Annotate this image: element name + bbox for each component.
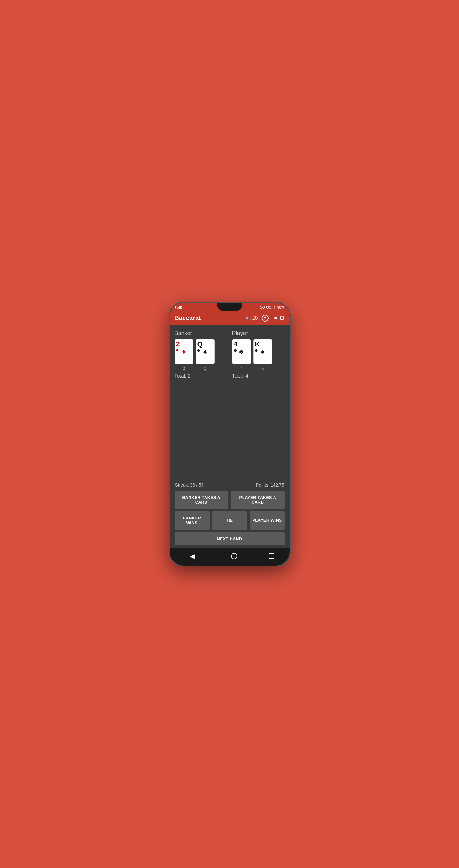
app-bar-right: ♦ : 20 ? ⚙: [245, 314, 285, 322]
banker-card-2-suit: ♠: [197, 348, 200, 352]
nav-bar: ◀: [170, 548, 290, 565]
player-card-1-suit: ♣: [234, 348, 237, 352]
stats-row: Streak: 36 / 54 Points: 142.75: [174, 483, 285, 488]
banker-card-1-center: ♦: [182, 348, 185, 356]
gems-separator: :: [249, 315, 251, 321]
player-card-2: K ♠ ♠: [254, 339, 272, 364]
gem-icon: ♦: [245, 315, 248, 321]
banker-card-2-rank: Q: [197, 341, 203, 348]
points-stat: Points: 142.75: [256, 483, 284, 488]
banker-section: Banker 2 ♦ ♦ Q ♠ ♠: [174, 330, 227, 379]
banker-total: Total: 2: [174, 373, 227, 379]
help-button[interactable]: ?: [262, 315, 268, 321]
content-spacer: [174, 381, 285, 477]
phone-frame: 7:45 5G UC ⬆ 90% Baccarat ♦ : 20 ?: [169, 302, 291, 566]
svg-text:?: ?: [264, 316, 266, 321]
main-content: Banker 2 ♦ ♦ Q ♠ ♠: [170, 325, 290, 483]
player-wins-button[interactable]: PLAYER WINS: [250, 512, 285, 529]
player-card-1-rank: 4: [234, 341, 237, 348]
player-section: Player 4 ♣ ♣ K ♠ ♠: [232, 330, 285, 379]
banker-card-2-center: ♠: [203, 348, 207, 356]
action-buttons-row: BANKER TAKES A CARD PLAYER TAKES A CARD: [174, 491, 285, 509]
banker-card-1-label: 2: [174, 366, 193, 371]
battery-label: 90%: [277, 305, 285, 310]
banker-label: Banker: [174, 330, 227, 337]
player-takes-card-button[interactable]: PLAYER TAKES A CARD: [231, 491, 285, 509]
next-hand-button[interactable]: NEXT HAND: [174, 532, 285, 546]
banker-card-names: 2 Q: [174, 366, 227, 371]
app-title: Baccarat: [174, 314, 201, 321]
banker-card-1-suit: ♦: [176, 348, 179, 352]
player-total: Total: 4: [232, 373, 285, 379]
player-card-2-center: ♠: [261, 348, 265, 356]
home-nav-button[interactable]: [231, 553, 237, 559]
signal-icon: ⬆: [272, 305, 276, 310]
gems-display: ♦ : 20: [245, 315, 258, 321]
player-card-1-label: 4: [232, 366, 251, 371]
back-nav-button[interactable]: ◀: [185, 551, 200, 561]
recent-nav-button[interactable]: [268, 553, 274, 559]
player-card-2-label: K: [254, 366, 272, 371]
settings-button[interactable]: ⚙: [272, 314, 285, 322]
player-card-2-rank: K: [255, 341, 260, 348]
player-label: Player: [232, 330, 285, 337]
banker-card-2: Q ♠ ♠: [196, 339, 214, 364]
network-label: 5G UC: [260, 305, 271, 310]
status-icons: 5G UC ⬆ 90%: [260, 305, 285, 310]
banker-takes-card-button[interactable]: BANKER TAKES A CARD: [174, 491, 228, 509]
player-card-1-center: ♣: [239, 348, 243, 356]
tie-button[interactable]: TIE: [212, 512, 247, 529]
banker-card-1-rank: 2: [176, 341, 180, 348]
status-time: 7:45: [174, 305, 183, 310]
phone-screen: 7:45 5G UC ⬆ 90% Baccarat ♦ : 20 ?: [170, 303, 290, 565]
player-card-1: 4 ♣ ♣: [232, 339, 251, 364]
banker-card-1: 2 ♦ ♦: [174, 339, 193, 364]
hands-row: Banker 2 ♦ ♦ Q ♠ ♠: [174, 330, 285, 379]
gems-count: 20: [252, 315, 258, 321]
bottom-area: Streak: 36 / 54 Points: 142.75 BANKER TA…: [170, 483, 290, 548]
banker-cards-row: 2 ♦ ♦ Q ♠ ♠: [174, 339, 227, 364]
app-bar: Baccarat ♦ : 20 ?: [170, 311, 290, 325]
outcome-buttons-row: BANKER WINS TIE PLAYER WINS: [174, 512, 285, 529]
notch: [217, 303, 242, 311]
player-card-2-suit: ♠: [255, 348, 258, 352]
player-card-names: 4 K: [232, 366, 285, 371]
banker-card-2-label: Q: [196, 366, 214, 371]
player-cards-row: 4 ♣ ♣ K ♠ ♠: [232, 339, 285, 364]
streak-stat: Streak: 36 / 54: [175, 483, 204, 488]
banker-wins-button[interactable]: BANKER WINS: [174, 512, 210, 529]
